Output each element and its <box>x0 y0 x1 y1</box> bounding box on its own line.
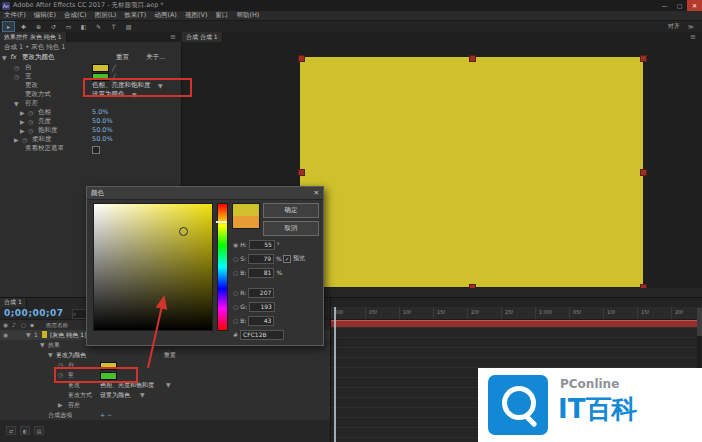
b2-input[interactable]: 43 <box>248 316 274 326</box>
stopwatch-icon[interactable]: ◷ <box>14 72 19 81</box>
twirl-closed-icon[interactable]: ▶ <box>20 117 25 126</box>
menu-animation[interactable]: 动画(A) <box>154 11 177 20</box>
stopwatch-icon[interactable]: ◷ <box>28 117 33 126</box>
param-softness[interactable]: ▶ ◷ 柔和度 50.0% <box>0 135 181 144</box>
param-from[interactable]: ◷ 自 ╱ <box>0 63 181 72</box>
twirl-open-icon[interactable]: ▼ <box>26 330 31 340</box>
radio-off-icon[interactable]: ○ <box>233 303 238 310</box>
stopwatch-icon[interactable]: ◷ <box>22 135 27 144</box>
preview-toggle[interactable]: ✓ 预览 <box>283 253 305 264</box>
effect-header[interactable]: ▼ fx 更改为颜色 重置 关于... <box>0 53 181 62</box>
menu-layer[interactable]: 图层(L) <box>95 11 117 20</box>
solid-layer-canvas[interactable] <box>300 57 643 287</box>
brush-tool-icon[interactable]: ▨ <box>122 21 135 32</box>
s-input[interactable]: 79 <box>248 254 274 264</box>
pen-tool-icon[interactable]: ✎ <box>92 21 105 32</box>
tab-effect-controls[interactable]: 效果控件 灰色 纯色 1 <box>0 32 67 42</box>
solo-column-icon[interactable]: ○ <box>21 320 26 330</box>
h-input[interactable]: 55 <box>249 240 275 250</box>
audio-column-icon[interactable]: ♪ <box>12 320 16 330</box>
menu-effect[interactable]: 效果(T) <box>124 11 146 20</box>
expand-layers-icon[interactable]: ⇄ <box>6 426 16 435</box>
menu-help[interactable]: 帮助(H) <box>236 11 259 20</box>
selection-handle[interactable] <box>298 169 305 176</box>
field-b[interactable]: ○ B: 81 % <box>233 267 282 278</box>
hand-tool-icon[interactable]: ✚ <box>17 21 30 32</box>
comp-options-row[interactable]: 合成选项 + − <box>0 410 330 421</box>
chevron-down-icon[interactable]: ▼ <box>140 390 145 400</box>
menu-file[interactable]: 文件(F) <box>4 11 26 20</box>
saturation-brightness-field[interactable] <box>93 203 213 331</box>
from-color-swatch[interactable] <box>92 64 109 72</box>
field-b2[interactable]: ○ B: 43 <box>233 315 274 326</box>
eye-icon[interactable]: ◉ <box>3 330 8 340</box>
hue-marker[interactable] <box>216 221 227 223</box>
timeline-tab[interactable]: 合成 1 <box>0 298 27 307</box>
layer-name[interactable]: [灰色 纯色 1] <box>50 330 86 340</box>
field-s[interactable]: ○ S: 79 % <box>233 253 282 264</box>
dialog-close-icon[interactable]: ✕ <box>314 187 319 199</box>
eye-column-icon[interactable]: ◉ <box>3 320 8 330</box>
g-input[interactable]: 193 <box>249 302 275 312</box>
frame-blend-icon[interactable]: ◐ <box>20 426 30 435</box>
about-link[interactable]: 关于... <box>146 53 165 62</box>
panel-menu-icon[interactable]: ≡ <box>170 33 176 41</box>
lock-column-icon[interactable]: ▪ <box>30 320 34 330</box>
maximize-button[interactable]: ▢ <box>672 0 687 11</box>
reset-link[interactable]: 重置 <box>116 53 129 62</box>
color-field-marker[interactable] <box>179 227 188 236</box>
current-timecode[interactable]: 0;00;00;07 <box>4 308 64 318</box>
align-label[interactable]: 对齐 <box>668 22 680 31</box>
chevron-down-icon[interactable]: ▼ <box>166 380 171 390</box>
group-tolerance[interactable]: ▼ 容差 <box>0 99 181 108</box>
field-g[interactable]: ○ G: 193 <box>233 301 275 312</box>
param-lightness[interactable]: ▶ ◷ 亮度 50.0% <box>0 117 181 126</box>
radio-off-icon[interactable]: ○ <box>233 269 238 276</box>
layer-label-chip[interactable] <box>42 331 47 338</box>
param-value[interactable]: 50.0% <box>92 135 113 144</box>
hex-input[interactable]: CFC12B <box>240 330 284 340</box>
twirl-closed-icon[interactable]: ▶ <box>20 108 25 117</box>
ok-button[interactable]: 确定 <box>263 203 319 218</box>
minimize-button[interactable]: — <box>657 0 672 11</box>
menu-composition[interactable]: 合成(C) <box>64 11 87 20</box>
field-r[interactable]: ○ R: 207 <box>233 287 274 298</box>
r-input[interactable]: 207 <box>248 288 274 298</box>
tab-composition[interactable]: 合成 合成 1 <box>182 32 223 42</box>
zoom-tool-icon[interactable]: ⊕ <box>32 21 45 32</box>
selection-tool-icon[interactable]: ▸ <box>2 21 15 32</box>
radio-off-icon[interactable]: ○ <box>233 289 238 296</box>
param-value[interactable]: 50.0% <box>92 126 113 135</box>
stopwatch-icon[interactable]: ◷ <box>28 108 33 117</box>
stopwatch-icon[interactable]: ◷ <box>28 126 33 135</box>
twirl-open-icon[interactable]: ▼ <box>48 350 53 360</box>
stopwatch-icon[interactable]: ◷ <box>14 63 19 72</box>
column-layer-name[interactable]: 图层名称 <box>46 320 68 330</box>
radio-off-icon[interactable]: ○ <box>233 255 238 262</box>
mask-tool-icon[interactable]: ◧ <box>77 21 90 32</box>
type-tool-icon[interactable]: T <box>107 21 120 32</box>
menu-window[interactable]: 窗口 <box>215 11 228 20</box>
twirl-open-icon[interactable]: ▼ <box>2 53 7 62</box>
twirl-closed-icon[interactable]: ▶ <box>20 126 25 135</box>
param-hue[interactable]: ▶ ◷ 色相 5.0% <box>0 108 181 117</box>
shape-tool-icon[interactable]: ▭ <box>62 21 75 32</box>
view-matte-checkbox[interactable] <box>92 146 100 154</box>
twirl-closed-icon[interactable]: ▶ <box>58 400 63 410</box>
param-view-matte[interactable]: 查看校正遮罩 <box>0 144 181 153</box>
fx-icon[interactable]: fx <box>10 53 16 62</box>
selection-handle[interactable] <box>640 55 647 62</box>
radio-on-icon[interactable]: ◉ <box>233 241 238 248</box>
field-hex[interactable]: # CFC12B <box>233 329 284 340</box>
field-h[interactable]: ◉ H: 55 ° <box>233 239 280 250</box>
param-saturation[interactable]: ▶ ◷ 饱和度 50.0% <box>0 126 181 135</box>
menu-view[interactable]: 视图(V) <box>185 11 208 20</box>
cancel-button[interactable]: 取消 <box>263 221 319 236</box>
comp-options-controls[interactable]: + − <box>100 410 112 420</box>
selection-handle[interactable] <box>469 55 476 62</box>
b-input[interactable]: 81 <box>248 268 274 278</box>
toolbar-overflow-icon[interactable]: ≫ <box>688 23 694 30</box>
dialog-titlebar[interactable]: 颜色 ✕ <box>87 187 323 200</box>
current-time-indicator[interactable] <box>334 307 336 442</box>
graph-editor-icon[interactable]: ▤ <box>34 426 44 435</box>
